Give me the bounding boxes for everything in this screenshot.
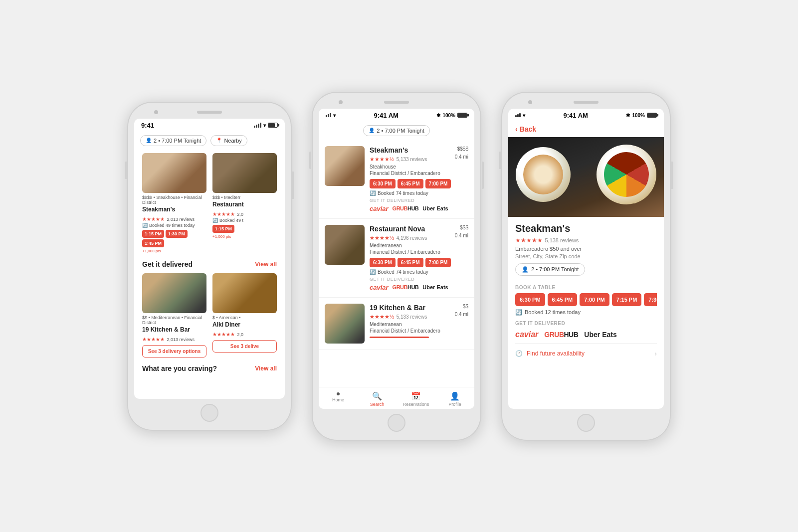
restaurant-card-1[interactable]: $$$$ • Steakhouse • Financial District S… xyxy=(139,150,209,256)
r2-time-2[interactable]: 6:45 PM xyxy=(398,258,423,267)
result-reviews-3: 5,133 reviews xyxy=(397,314,427,320)
delivery-card-1[interactable]: $$ • Mediterranean • Financial District … xyxy=(139,270,209,360)
location-icon-1: 📍 xyxy=(216,138,222,143)
delivered-label-1: GET IT DELIVERED xyxy=(370,198,468,203)
r1-time-3[interactable]: 7:00 PM xyxy=(425,179,451,188)
result-thumb-1 xyxy=(325,146,365,186)
guests-chip-1[interactable]: 👤 2 • 7:00 PM Tonight xyxy=(140,135,206,146)
phone-camera-3 xyxy=(528,100,532,104)
time-buttons-1: 1:15 PM 1:30 PM 1:45 PM xyxy=(142,230,206,247)
nav-reservations[interactable]: 📅 Reservations xyxy=(397,391,435,407)
phone-top-2 xyxy=(319,101,474,104)
result-item-3[interactable]: 19 Kitchen & Bar $$ ★★★★½ 5,133 reviews … xyxy=(319,298,474,350)
back-button[interactable]: ‹ Back xyxy=(508,121,664,137)
signal-bar-1 xyxy=(254,126,255,128)
chevron-right-icon: › xyxy=(654,350,657,357)
signal-bars-2 xyxy=(326,113,331,117)
result-info-1: Steakman's $$$$ ★★★★½ 5,133 reviews 0.4 … xyxy=(370,146,468,212)
detail-caviar-logo[interactable]: caviar xyxy=(515,330,538,339)
result-item-2[interactable]: Restaurant Nova $$$ ★★★★½ 4,196 reviews … xyxy=(319,219,474,298)
delivery-stars-2: ★★★★★ xyxy=(212,332,235,337)
r1-time-2[interactable]: 6:45 PM xyxy=(398,179,423,188)
r1-time-1[interactable]: 6:30 PM xyxy=(370,179,396,188)
guests-chip-2[interactable]: 👤 2 • 7:00 PM Tonight xyxy=(363,125,429,136)
guests-icon-2: 👤 xyxy=(369,128,375,133)
caviar-logo-1[interactable]: caviar xyxy=(370,205,389,212)
nav-profile[interactable]: 👤 Profile xyxy=(435,391,474,407)
results-list: Steakman's $$$$ ★★★★½ 5,133 reviews 0.4 … xyxy=(319,140,474,387)
card-booked-1: 🔄 Booked 49 times today xyxy=(142,223,206,228)
result-name-1: Steakman's xyxy=(370,146,408,154)
detail-time-1[interactable]: 6:30 PM xyxy=(515,293,545,306)
battery-icon-2 xyxy=(457,113,467,118)
detail-reviews: 5,138 reviews xyxy=(545,237,579,243)
status-time-3: 9:41 AM xyxy=(564,112,588,119)
detail-time-4[interactable]: 7:15 PM xyxy=(612,293,642,306)
r2-time-1[interactable]: 6:30 PM xyxy=(370,258,396,267)
status-icons-left-2: ▾ xyxy=(326,113,336,118)
r2-time-3[interactable]: 7:00 PM xyxy=(425,258,451,267)
wifi-icon-3: ▾ xyxy=(523,113,525,118)
detail-time-5[interactable]: 7:30 xyxy=(644,293,657,306)
location-chip-1[interactable]: 📍 Nearby xyxy=(210,135,247,146)
home-button-3[interactable] xyxy=(577,414,595,432)
find-availability-row[interactable]: 🕐 Find future availability › xyxy=(515,343,657,363)
signal-bars-3 xyxy=(515,113,521,117)
result-item-1[interactable]: Steakman's $$$$ ★★★★½ 5,133 reviews 0.4 … xyxy=(319,140,474,219)
result-distance-3: 0.4 mi xyxy=(455,312,468,321)
card-reviews-1: 2,013 reviews xyxy=(167,217,195,222)
result-cuisine-2: Mediterranean xyxy=(370,243,468,248)
time-btn-1-3[interactable]: 1:45 PM xyxy=(142,239,164,247)
time-btn-1-1[interactable]: 1:15 PM xyxy=(142,230,164,238)
status-icons-1: ▾ xyxy=(254,123,278,128)
delivery-reviews-2: 2,0 xyxy=(237,332,243,337)
delivered-label-2: GET IT DELIVERED xyxy=(370,277,468,282)
home-nav-icon xyxy=(337,392,340,395)
delivery-grid: $$ • Mediterranean • Financial District … xyxy=(134,270,285,360)
result-stars-2: ★★★★½ xyxy=(370,235,394,241)
result-stars-1: ★★★★½ xyxy=(370,156,394,162)
delivery-image-1 xyxy=(142,273,206,313)
delivery-view-all[interactable]: View all xyxy=(255,261,277,268)
caviar-logo-2[interactable]: caviar xyxy=(370,284,389,291)
detail-filter-chip[interactable]: 👤 2 • 7:00 PM Tonight xyxy=(515,263,585,276)
home-button-2[interactable] xyxy=(388,414,405,432)
home-button-1[interactable] xyxy=(200,404,218,422)
delivery-card-2[interactable]: $ • American • Alki Diner ★★★★★ 2,0 See … xyxy=(209,270,280,360)
detail-restaurant-name: Steakman's xyxy=(515,223,657,234)
book-table-label: BOOK A TABLE xyxy=(515,285,657,290)
see-delivery-btn-2[interactable]: See 3 delive xyxy=(212,340,277,353)
time-btn-2-1[interactable]: 1:15 PM xyxy=(212,225,234,233)
result-time-btns-1: 6:30 PM 6:45 PM 7:00 PM xyxy=(370,179,468,188)
phone-camera-2 xyxy=(339,100,343,104)
detail-time-3[interactable]: 7:00 PM xyxy=(580,293,609,306)
detail-time-2[interactable]: 6:45 PM xyxy=(548,293,578,306)
wifi-icon-1: ▾ xyxy=(263,123,266,128)
craving-view-all[interactable]: View all xyxy=(255,365,277,372)
phone-1: 9:41 ▾ 👤 2 xyxy=(127,102,292,431)
see-delivery-btn-1[interactable]: See 3 delivery options xyxy=(142,345,206,357)
filter-bar-1: 👤 2 • 7:00 PM Tonight 📍 Nearby xyxy=(134,131,285,150)
restaurant-image-2 xyxy=(212,153,277,193)
nav-search[interactable]: 🔍 Search xyxy=(358,391,397,407)
signal-bar-2 xyxy=(256,125,257,128)
wifi-icon-2: ▾ xyxy=(333,113,336,118)
nav-search-label: Search xyxy=(370,402,385,407)
restaurant-card-2[interactable]: $$$ • Mediterr Restaurant ★★★★★ 2,0 🔄 Bo… xyxy=(209,150,280,256)
detail-content: Steakman's ★★★★★ 5,138 reviews Embarcade… xyxy=(508,217,664,409)
signal-bars-1 xyxy=(254,123,261,128)
bluetooth-icon-3: ✱ xyxy=(626,113,630,118)
phone-speaker-3 xyxy=(574,101,598,104)
pts-text-1: +1,000 pts xyxy=(142,249,206,253)
time-btn-1-2[interactable]: 1:30 PM xyxy=(166,230,188,238)
nav-home[interactable]: Home xyxy=(319,391,358,407)
phone-screen-1: 9:41 ▾ 👤 2 xyxy=(134,119,285,399)
find-avail-left: 🕐 Find future availability xyxy=(515,350,585,357)
side-button-left-2 xyxy=(309,152,311,169)
status-time-1: 9:41 xyxy=(141,122,154,129)
detail-delivered-label: GET IT DELIVERED xyxy=(515,321,657,326)
booked-icon-1: 🔄 xyxy=(142,223,148,228)
phone-camera-1 xyxy=(154,110,158,114)
card-meta-2: $$$ • Mediterr xyxy=(212,195,277,200)
detail-delivery-logos: caviar GRUBHUB Uber Eats xyxy=(515,330,657,339)
